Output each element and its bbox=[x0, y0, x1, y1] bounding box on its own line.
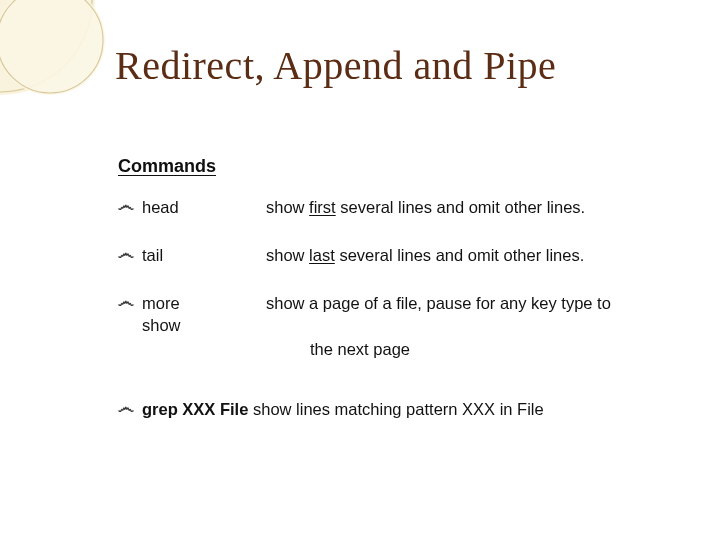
command-name: grep XXX File bbox=[142, 400, 248, 418]
bullet-icon: ෴ bbox=[118, 196, 142, 216]
list-item: ෴ tail show last several lines and omit … bbox=[118, 244, 660, 266]
list-item: ෴ grep XXX File show lines matching patt… bbox=[118, 398, 660, 420]
bullet-icon: ෴ bbox=[118, 292, 142, 312]
command-list: ෴ head show first several lines and omit… bbox=[118, 196, 660, 362]
svg-point-3 bbox=[0, 0, 103, 93]
svg-point-0 bbox=[0, 0, 95, 95]
bullet-icon: ෴ bbox=[118, 398, 142, 418]
section-heading: Commands bbox=[118, 156, 216, 177]
description-continuation: the next page bbox=[0, 340, 720, 359]
svg-point-2 bbox=[0, 0, 105, 95]
list-item: ෴ head show first several lines and omit… bbox=[118, 196, 660, 218]
command-name: more show bbox=[142, 292, 266, 336]
command-description: show first several lines and omit other … bbox=[266, 196, 660, 218]
list-item: ෴ more show show a page of a file, pause… bbox=[118, 292, 660, 336]
command-description: show last several lines and omit other l… bbox=[266, 244, 660, 266]
command-description: show a page of a file, pause for any key… bbox=[266, 292, 660, 314]
slide-title: Redirect, Append and Pipe bbox=[115, 42, 556, 89]
bullet-icon: ෴ bbox=[118, 244, 142, 264]
command-name: head bbox=[142, 196, 266, 218]
command-description: grep XXX File show lines matching patter… bbox=[142, 398, 660, 420]
command-name: tail bbox=[142, 244, 266, 266]
svg-point-1 bbox=[0, 0, 92, 92]
